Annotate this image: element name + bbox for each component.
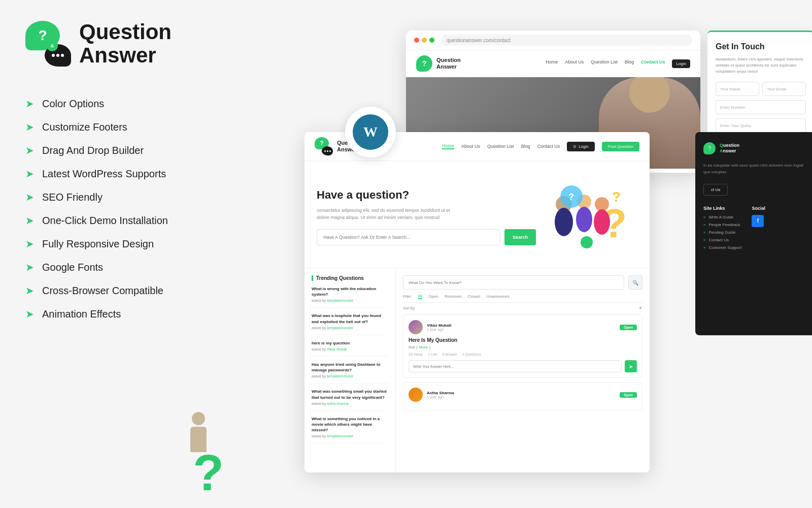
git-description: laudantium, totam rem aperiam, eaque inv… [716, 56, 806, 75]
filter-tab-open[interactable]: Open [428, 294, 438, 299]
nav-link-qlist[interactable]: Question List [591, 59, 618, 68]
main-nav-contact[interactable]: Contact Us [537, 144, 560, 149]
trending-asked-by: asked by templatemonster [312, 374, 388, 378]
svg-point-4 [576, 207, 592, 232]
q-card-header-2: Astha Sharma 1 year ago Open [409, 388, 637, 402]
illustration-svg: ? ? ? [536, 176, 637, 258]
features-list: ➤ Color Options ➤ Customize Footers ➤ Dr… [25, 98, 264, 320]
list-item: ➤ Latest WordPress Supports [25, 168, 264, 180]
main-nav-home[interactable]: Home [442, 143, 454, 149]
arrow-icon: ➤ [25, 121, 34, 133]
trending-asked-by: asked by templatemonster [312, 326, 388, 330]
rdp-link-pending[interactable]: Pending Guide [703, 230, 741, 235]
main-nav-about[interactable]: About Us [461, 144, 480, 149]
sort-bar: Sort By ▼ [403, 306, 642, 310]
git-phone-input[interactable]: Enter Number [716, 100, 806, 114]
rdp-logo: ? Question Answer [703, 142, 809, 154]
q-questions-count-1: 0 Questions [462, 353, 481, 356]
dot-3 [61, 54, 64, 57]
q-likes-1: 1 Like [428, 353, 437, 356]
rdp-links-list: Write A Guide People Feedback Pending Gu… [703, 215, 741, 250]
trending-asked-by: asked by templatemonster [312, 299, 388, 302]
filter-tab-closed[interactable]: Closed [467, 294, 480, 299]
q-avatar-2 [409, 388, 423, 402]
rdp-link-write[interactable]: Write A Guide [703, 215, 741, 219]
dot-yellow [422, 38, 427, 43]
site-logo-q: ? [422, 59, 427, 68]
filter-search-input[interactable] [403, 275, 624, 290]
git-email-input[interactable]: Your Email [762, 82, 806, 96]
nav-link-home[interactable]: Home [546, 59, 558, 68]
filter-tab-all[interactable]: All [418, 294, 423, 299]
q-title-1[interactable]: Here Is My Question [409, 337, 637, 343]
list-item: ➤ One-Click Demo Installation [25, 214, 264, 227]
browser-dots [414, 38, 434, 43]
hero-search-input[interactable] [317, 229, 500, 245]
browser-url-bar: questionanswer.com/contact [441, 35, 692, 46]
hero-title: Have a question? [317, 188, 536, 202]
nav-link-blog[interactable]: Blog [625, 59, 634, 68]
git-query-input[interactable]: Enter Your Query [716, 118, 806, 133]
trending-title: Trending Questions [312, 275, 388, 281]
rdp-link-contact[interactable]: Contact Us [703, 238, 741, 242]
q-answer-input-1: ➤ [409, 360, 637, 372]
svg-point-5 [595, 197, 609, 211]
trending-item: Has anyone tried using Dashlane to manag… [312, 362, 388, 384]
trending-asked-by: asked by Vikas Mukati [312, 347, 388, 351]
trending-item: What is something you noticed in a movie… [312, 416, 388, 444]
login-button-top[interactable]: Login [672, 59, 690, 68]
hero-search-button[interactable]: Search [504, 229, 536, 245]
arrow-icon: ➤ [25, 98, 34, 110]
git-name-input[interactable]: Your Name [716, 82, 759, 96]
main-login-button[interactable]: ⊙ Login [567, 142, 595, 151]
filter-tab-unanswered[interactable]: Unanswered [486, 294, 509, 299]
filter-tab-resolved[interactable]: Resolved [445, 294, 461, 299]
questions-section: Trending Questions What is wrong with th… [304, 268, 650, 472]
wp-logo-inner: W [353, 114, 388, 150]
q-views-1: 28 Views [409, 353, 423, 356]
git-title: Get In Touch [716, 42, 806, 51]
git-name-email-row: Your Name Your Email [716, 82, 806, 96]
question-card-1: Vikas Mukati 1 year ago Open Here Is My … [403, 314, 642, 378]
rdp-site-links-title: Site Links [703, 206, 741, 211]
svg-point-6 [594, 209, 610, 235]
trending-item: What was something small you started tha… [312, 389, 388, 410]
arrow-icon: ➤ [25, 284, 34, 297]
logo-text: QuestionAnswer [79, 20, 172, 67]
rdp-contact-button[interactable]: ct Us [703, 184, 728, 196]
nav-link-about[interactable]: About Us [565, 59, 584, 68]
q-more-link-1[interactable]: More [419, 345, 428, 350]
hero-description: consectetur adipiscing elit, sed do eius… [317, 207, 459, 221]
browser-nav-top: questionanswer.com/contact [406, 30, 700, 50]
sort-arrow[interactable]: ▼ [638, 306, 642, 310]
q-status-badge-2: Open [620, 392, 637, 398]
q-author-1: Vikas Mukati [427, 323, 616, 328]
main-nav-qlist[interactable]: Question List [487, 144, 514, 149]
q-status-badge-1: Open [620, 325, 637, 330]
list-item: ➤ Drag And Drop Builder [25, 144, 264, 156]
q-answer-field-1[interactable] [409, 360, 622, 372]
svg-text:?: ? [568, 192, 574, 202]
wp-letter: W [363, 124, 378, 140]
rdp-link-feedback[interactable]: People Feedback [703, 223, 741, 227]
main-post-question-button[interactable]: Post Question [602, 142, 639, 151]
facebook-icon[interactable]: f [752, 215, 764, 227]
arrow-icon: ➤ [25, 144, 34, 156]
list-item: ➤ Color Options [25, 98, 264, 110]
main-questions-area: 🔍 Filter: All Open Resolved Closed Unans… [396, 268, 650, 472]
arrow-icon: ➤ [25, 308, 34, 320]
main-nav-blog[interactable]: Blog [521, 144, 530, 149]
trending-question-text: Has anyone tried using Dashlane to manag… [312, 362, 388, 373]
dot-green [429, 38, 434, 43]
site-nav-links-top: Home About Us Question List Blog Contact… [546, 59, 690, 68]
sort-label: Sort By [403, 306, 415, 310]
left-panel: ? & QuestionAnswer ➤ Color Options ➤ Cus… [0, 0, 284, 508]
arrow-icon: ➤ [25, 261, 34, 273]
q-meta-1: Vikas Mukati 1 year ago [427, 323, 616, 331]
wordpress-logo: W [345, 107, 396, 157]
q-answer-send-1[interactable]: ➤ [625, 360, 637, 372]
nav-link-contact[interactable]: Contact Us [641, 59, 665, 68]
list-item: ➤ Fully Responsive Design [25, 238, 264, 250]
filter-search-button[interactable]: 🔍 [628, 275, 642, 290]
rdp-link-support[interactable]: Customer Support [703, 245, 741, 250]
